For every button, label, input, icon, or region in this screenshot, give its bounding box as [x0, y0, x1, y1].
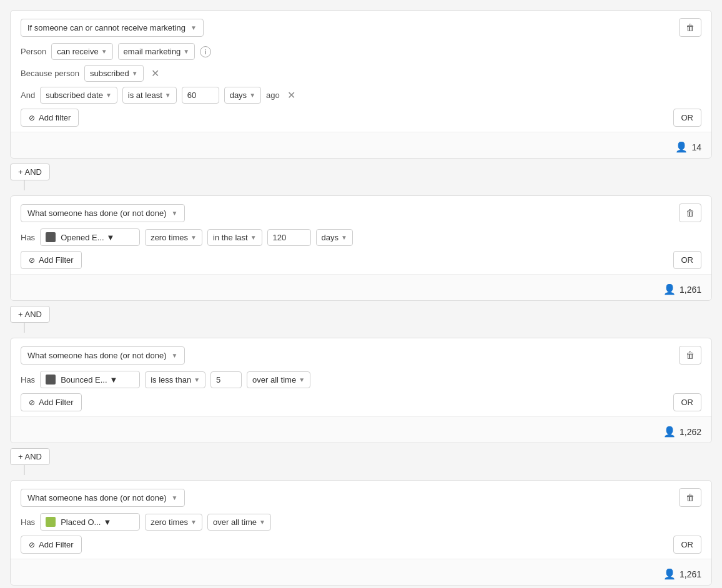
- event-select-3[interactable]: Bounced E... ▼: [40, 371, 140, 388]
- block-3-type-label: What someone has done (or not done): [27, 351, 167, 360]
- chevron-down-icon: ▼: [106, 92, 112, 99]
- add-filter-button[interactable]: ⊘ Add filter: [21, 109, 79, 127]
- block-1-bottom-row: ⊘ Add filter OR: [21, 109, 701, 127]
- block-1-delete-button[interactable]: 🗑: [679, 18, 701, 37]
- block-2-type-select[interactable]: What someone has done (or not done) ▼: [21, 204, 185, 222]
- and-value-input[interactable]: [182, 87, 219, 104]
- chevron-down-icon: ▼: [299, 376, 305, 383]
- and-connector-2: + AND: [10, 306, 712, 333]
- or-button-4[interactable]: OR: [673, 536, 702, 554]
- and-close-button[interactable]: ✕: [285, 89, 298, 102]
- chevron-down-icon: ▼: [103, 517, 111, 527]
- ago-label: ago: [266, 91, 280, 100]
- event-select-4[interactable]: Placed O... ▼: [40, 513, 140, 531]
- filter-icon: ⊘: [29, 541, 35, 549]
- block-2-bottom-row: ⊘ Add Filter OR: [21, 251, 701, 269]
- or-button-2[interactable]: OR: [673, 251, 702, 269]
- because-label: Because person: [21, 69, 79, 78]
- add-filter-button-2[interactable]: ⊘ Add Filter: [21, 251, 82, 269]
- filter-icon: ⊘: [29, 398, 35, 407]
- block-4-type-select[interactable]: What someone has done (or not done) ▼: [21, 489, 185, 507]
- block-1-header: If someone can or cannot receive marketi…: [21, 18, 701, 37]
- chevron-down-icon: ▼: [249, 92, 255, 99]
- and-line-1: [24, 180, 25, 190]
- chevron-down-icon: ▼: [194, 376, 200, 383]
- add-filter-button-4[interactable]: ⊘ Add Filter: [21, 536, 82, 554]
- block-4-delete-button[interactable]: 🗑: [679, 488, 701, 507]
- filter-icon: ⊘: [29, 256, 35, 265]
- or-button[interactable]: OR: [673, 109, 702, 127]
- block-3-header: What someone has done (or not done) ▼ 🗑: [21, 346, 701, 365]
- and-line-3: [24, 465, 25, 475]
- chevron-down-icon: ▼: [341, 234, 347, 241]
- event-select-2[interactable]: Opened E... ▼: [40, 228, 140, 246]
- chevron-down-icon: ▼: [172, 210, 178, 217]
- time-operator-select-3[interactable]: over all time ▼: [247, 371, 310, 388]
- event-condition-select-3[interactable]: is less than ▼: [145, 371, 205, 388]
- block-1-type-label: If someone can or cannot receive marketi…: [27, 23, 185, 32]
- has-label-2: Has: [21, 233, 35, 242]
- chevron-down-icon: ▼: [132, 70, 138, 77]
- block-4-type-label: What someone has done (or not done): [27, 493, 167, 502]
- block-3-has-row: Has Bounced E... ▼ is less than ▼ over a…: [21, 371, 701, 388]
- condition-block-3: What someone has done (or not done) ▼ 🗑 …: [10, 338, 712, 443]
- event-condition-select-2[interactable]: zero times ▼: [145, 229, 202, 246]
- block-3-type-select[interactable]: What someone has done (or not done) ▼: [21, 346, 185, 365]
- has-label-3: Has: [21, 375, 35, 385]
- block-2-delete-button[interactable]: 🗑: [679, 203, 701, 222]
- block-3-footer: 👤 1,262: [11, 416, 711, 443]
- block-1-type-select[interactable]: If someone can or cannot receive marketi…: [21, 19, 204, 37]
- condition-block-2: What someone has done (or not done) ▼ 🗑 …: [10, 195, 712, 301]
- person-count-icon-3: 👤: [663, 426, 676, 438]
- chevron-down-icon: ▼: [250, 234, 257, 241]
- and-field-select[interactable]: subscribed date ▼: [40, 87, 117, 104]
- event-condition-select-4[interactable]: zero times ▼: [145, 514, 202, 531]
- chevron-down-icon: ▼: [172, 494, 178, 501]
- person-count-icon-2: 👤: [663, 283, 676, 295]
- shopify-icon-4: [46, 517, 56, 527]
- filter-icon: ⊘: [29, 114, 35, 122]
- and-button-1[interactable]: + AND: [10, 164, 50, 180]
- email-icon-3: [46, 375, 56, 385]
- time-value-input-2[interactable]: [267, 229, 311, 246]
- block-2-type-label: What someone has done (or not done): [27, 208, 167, 218]
- block-1-and-row: And subscribed date ▼ is at least ▼ days…: [21, 87, 701, 104]
- email-icon: [46, 232, 56, 242]
- person-condition-select[interactable]: can receive ▼: [51, 43, 112, 60]
- chevron-down-icon: ▼: [172, 352, 178, 359]
- block-1-because-row: Because person subscribed ▼ ✕: [21, 65, 701, 82]
- chevron-down-icon: ▼: [107, 233, 115, 242]
- because-close-button[interactable]: ✕: [149, 67, 162, 80]
- info-icon[interactable]: i: [200, 46, 211, 57]
- and-unit-select[interactable]: days ▼: [224, 87, 261, 104]
- person-count-icon: 👤: [675, 141, 688, 153]
- or-button-3[interactable]: OR: [673, 393, 702, 411]
- time-value-input-3[interactable]: [210, 371, 242, 388]
- time-unit-select-2[interactable]: days ▼: [316, 229, 353, 246]
- block-4-footer: 👤 1,261: [11, 559, 711, 585]
- person-label: Person: [21, 47, 46, 56]
- chevron-down-icon: ▼: [190, 519, 197, 526]
- marketing-type-select[interactable]: email marketing ▼: [118, 43, 195, 60]
- and-operator-select[interactable]: is at least ▼: [122, 87, 177, 104]
- because-condition-select[interactable]: subscribed ▼: [84, 65, 144, 82]
- block-2-count: 👤 1,261: [21, 280, 701, 295]
- and-button-2[interactable]: + AND: [10, 306, 50, 323]
- chevron-down-icon: ▼: [183, 48, 189, 55]
- chevron-down-icon: ▼: [101, 48, 107, 55]
- block-4-has-row: Has Placed O... ▼ zero times ▼ over all …: [21, 513, 701, 531]
- and-button-3[interactable]: + AND: [10, 448, 50, 465]
- time-operator-select-4[interactable]: over all time ▼: [207, 514, 271, 531]
- and-connector-3: + AND: [10, 448, 712, 475]
- block-4-count: 👤 1,261: [21, 564, 701, 580]
- has-label-4: Has: [21, 517, 35, 527]
- block-2-header: What someone has done (or not done) ▼ 🗑: [21, 203, 701, 222]
- block-1-person-row: Person can receive ▼ email marketing ▼ i: [21, 43, 701, 60]
- and-line-2: [24, 323, 25, 333]
- block-3-delete-button[interactable]: 🗑: [679, 346, 701, 365]
- add-filter-button-3[interactable]: ⊘ Add Filter: [21, 393, 82, 411]
- condition-block-4: What someone has done (or not done) ▼ 🗑 …: [10, 480, 712, 586]
- time-operator-select-2[interactable]: in the last ▼: [207, 229, 262, 246]
- block-2-has-row: Has Opened E... ▼ zero times ▼ in the la…: [21, 228, 701, 246]
- chevron-down-icon: ▼: [190, 234, 197, 241]
